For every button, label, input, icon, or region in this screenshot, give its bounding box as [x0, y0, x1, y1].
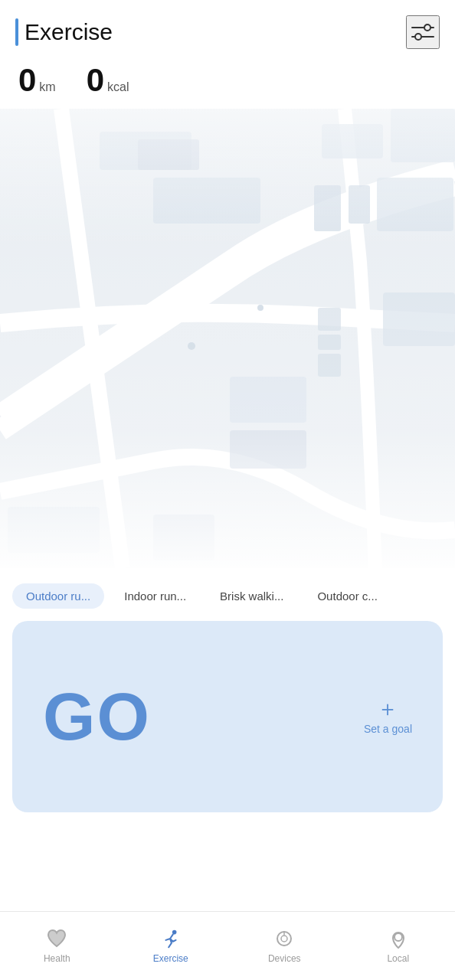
tab-outdoor-run[interactable]: Outdoor ru... — [12, 583, 104, 609]
calories-stat: 0 kcal — [87, 64, 129, 96]
nav-health[interactable]: Health — [0, 928, 114, 964]
nav-devices-label: Devices — [268, 953, 301, 964]
health-icon — [46, 928, 67, 949]
plus-icon: ＋ — [377, 698, 398, 720]
header: Exercise — [0, 0, 455, 57]
map-svg — [0, 109, 455, 568]
svg-rect-26 — [0, 109, 455, 568]
set-goal-label: Set a goal — [364, 723, 412, 735]
exercise-tabs: Outdoor ru... Indoor run... Brisk walki.… — [0, 568, 455, 618]
set-goal-button[interactable]: ＋ Set a goal — [364, 698, 412, 735]
nav-local[interactable]: Local — [342, 928, 456, 964]
nav-exercise-label: Exercise — [153, 953, 188, 964]
nav-exercise[interactable]: Exercise — [114, 928, 228, 964]
settings-icon — [411, 21, 435, 43]
nav-health-label: Health — [44, 953, 70, 964]
svg-point-29 — [281, 936, 287, 942]
tab-brisk-walk[interactable]: Brisk walki... — [206, 583, 297, 609]
svg-point-0 — [424, 24, 430, 31]
exercise-icon — [160, 928, 182, 949]
distance-value: 0 — [18, 64, 36, 96]
nav-devices[interactable]: Devices — [228, 928, 342, 964]
bottom-nav: Health Exercise Devices — [0, 911, 455, 980]
map-area — [0, 109, 455, 568]
tab-outdoor-cycle[interactable]: Outdoor c... — [303, 583, 391, 609]
nav-local-label: Local — [387, 953, 409, 964]
title-wrap: Exercise — [15, 18, 113, 46]
calories-unit: kcal — [107, 80, 129, 94]
svg-point-31 — [394, 933, 402, 941]
stats-bar: 0 km 0 kcal — [0, 57, 455, 109]
go-label: GO — [43, 683, 151, 750]
devices-icon — [273, 928, 295, 949]
distance-stat: 0 km — [18, 64, 56, 96]
tab-indoor-run[interactable]: Indoor run... — [110, 583, 200, 609]
distance-unit: km — [39, 80, 55, 94]
svg-point-3 — [415, 34, 421, 40]
settings-button[interactable] — [406, 15, 440, 49]
local-icon — [388, 928, 409, 949]
calories-value: 0 — [87, 64, 104, 96]
title-accent-bar — [15, 18, 18, 46]
page-title: Exercise — [25, 19, 113, 45]
go-card[interactable]: GO ＋ Set a goal — [12, 621, 443, 812]
